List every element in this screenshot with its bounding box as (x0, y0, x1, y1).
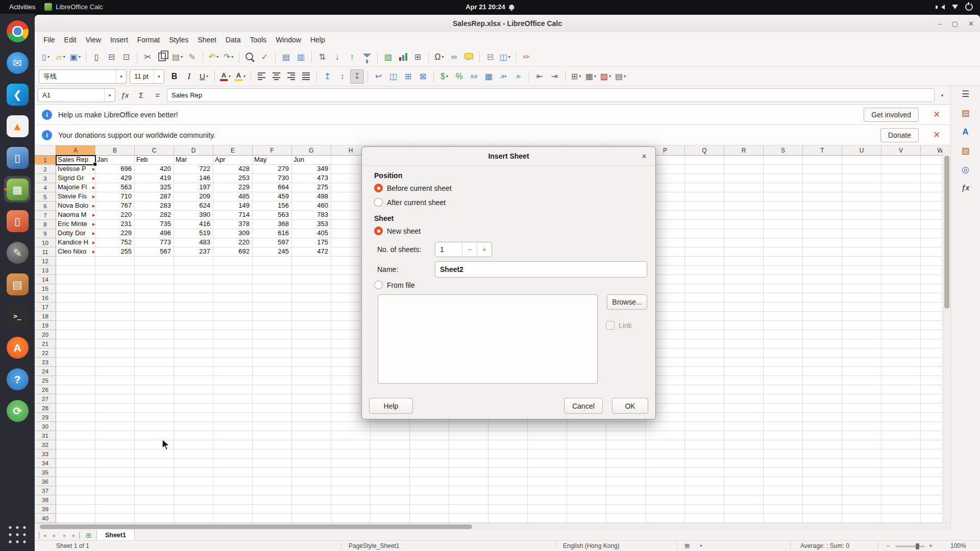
cell-R17[interactable] (724, 303, 764, 312)
dock-item-files[interactable]: ▤ (4, 271, 31, 297)
cell-E40[interactable] (213, 514, 253, 523)
cell-G2[interactable]: 349 (292, 165, 331, 174)
cell-U5[interactable] (842, 192, 881, 202)
cell-F1[interactable]: May (253, 156, 292, 165)
row-header-26[interactable]: 26 (35, 385, 56, 394)
maximize-button[interactable]: ▢ (952, 20, 958, 28)
cell-H37[interactable] (331, 486, 371, 495)
cell-G5[interactable]: 498 (292, 192, 331, 202)
cell-F26[interactable] (253, 385, 292, 394)
cell-W13[interactable] (921, 266, 942, 275)
zoom-in-button[interactable]: + (929, 542, 933, 549)
spelling-button[interactable]: ✓ (258, 50, 272, 64)
find-and-replace-button[interactable] (243, 50, 257, 64)
row-header-3[interactable]: 3 (35, 174, 56, 183)
cell-U8[interactable] (842, 220, 881, 229)
cell-S30[interactable] (764, 422, 803, 431)
name-box-dropdown-icon[interactable]: ▾ (104, 89, 115, 102)
cell-Q28[interactable] (685, 404, 724, 413)
cell-U6[interactable] (842, 202, 881, 211)
menu-styles[interactable]: Styles (164, 34, 193, 46)
cell-U9[interactable] (842, 229, 881, 238)
cell-U37[interactable] (842, 486, 881, 495)
properties-icon[interactable]: ▤ (961, 109, 969, 117)
cell-Q37[interactable] (685, 486, 724, 495)
bold-button[interactable]: B (167, 69, 181, 84)
cell-J30[interactable] (410, 422, 449, 431)
cell-B14[interactable] (95, 275, 135, 284)
cell-T1[interactable] (803, 156, 842, 165)
cell-B29[interactable] (95, 413, 135, 422)
cell-C29[interactable] (135, 413, 174, 422)
link-checkbox-row[interactable]: Link (606, 321, 632, 330)
cell-M37[interactable] (528, 486, 567, 495)
cell-F2[interactable]: 279 (253, 165, 292, 174)
cell-A31[interactable] (56, 431, 95, 440)
menu-view[interactable]: View (81, 34, 106, 46)
cell-H34[interactable] (331, 459, 371, 468)
add-decimal-place-button[interactable]: .0+ (497, 69, 510, 84)
cell-E10[interactable]: 220 (213, 238, 253, 247)
cell-I34[interactable] (371, 459, 410, 468)
underline-dropdown[interactable]: ▾ (206, 74, 208, 79)
cell-E16[interactable] (213, 293, 253, 303)
cell-U13[interactable] (842, 266, 881, 275)
font-name-combo-dropdown[interactable]: ▾ (116, 70, 126, 83)
horizontal-scrollbar[interactable] (35, 523, 950, 530)
cell-W36[interactable] (921, 477, 942, 486)
cell-W22[interactable] (921, 348, 942, 358)
cell-E7[interactable]: 714 (213, 211, 253, 220)
cell-A36[interactable] (56, 477, 95, 486)
cell-I38[interactable] (371, 495, 410, 505)
cell-A23[interactable] (56, 358, 95, 367)
cell-E37[interactable] (213, 486, 253, 495)
cell-G8[interactable]: 353 (292, 220, 331, 229)
formula-button[interactable]: = (151, 89, 164, 102)
cell-G27[interactable] (292, 394, 331, 404)
cell-U24[interactable] (842, 367, 881, 376)
cell-D2[interactable]: 722 (174, 165, 213, 174)
horizontal-scrollbar-thumb[interactable] (40, 524, 472, 529)
cell-S31[interactable] (764, 431, 803, 440)
column-header-R[interactable]: R (724, 145, 764, 156)
row-header-32[interactable]: 32 (35, 440, 56, 449)
cell-T35[interactable] (803, 468, 842, 477)
save-button[interactable]: ▣▾ (68, 50, 82, 64)
cell-J38[interactable] (410, 495, 449, 505)
cell-C24[interactable] (135, 367, 174, 376)
column-header-S[interactable]: S (764, 145, 803, 156)
cell-Q34[interactable] (685, 459, 724, 468)
cell-R29[interactable] (724, 413, 764, 422)
cell-B17[interactable] (95, 303, 135, 312)
donate-button[interactable]: Donate (880, 128, 919, 142)
paste-button[interactable]: ▤▾ (170, 50, 184, 64)
cell-D37[interactable] (174, 486, 213, 495)
column-header-D[interactable]: D (174, 145, 213, 156)
zoom-out-button[interactable]: − (886, 542, 890, 549)
cell-F19[interactable] (253, 321, 292, 330)
cell-A26[interactable] (56, 385, 95, 394)
cell-L33[interactable] (488, 449, 528, 459)
cell-J40[interactable] (410, 514, 449, 523)
cell-O36[interactable] (606, 477, 646, 486)
cell-U36[interactable] (842, 477, 881, 486)
row-header-28[interactable]: 28 (35, 404, 56, 413)
cell-C31[interactable] (135, 431, 174, 440)
column-header-B[interactable]: B (95, 145, 135, 156)
cell-P31[interactable] (646, 431, 685, 440)
cell-G26[interactable] (292, 385, 331, 394)
cell-W15[interactable] (921, 284, 942, 293)
cell-A37[interactable] (56, 486, 95, 495)
cell-C34[interactable] (135, 459, 174, 468)
dock-item-gimp[interactable]: ✎ (4, 239, 31, 266)
cell-T22[interactable] (803, 348, 842, 358)
conditional-formatting-dropdown[interactable]: ▾ (624, 74, 626, 79)
row-header-39[interactable]: 39 (35, 505, 56, 514)
cell-O31[interactable] (606, 431, 646, 440)
insert-row-button[interactable]: ▤ (279, 50, 293, 64)
cell-U16[interactable] (842, 293, 881, 303)
cell-H31[interactable] (331, 431, 371, 440)
cell-U17[interactable] (842, 303, 881, 312)
cell-E21[interactable] (213, 339, 253, 348)
cell-E15[interactable] (213, 284, 253, 293)
